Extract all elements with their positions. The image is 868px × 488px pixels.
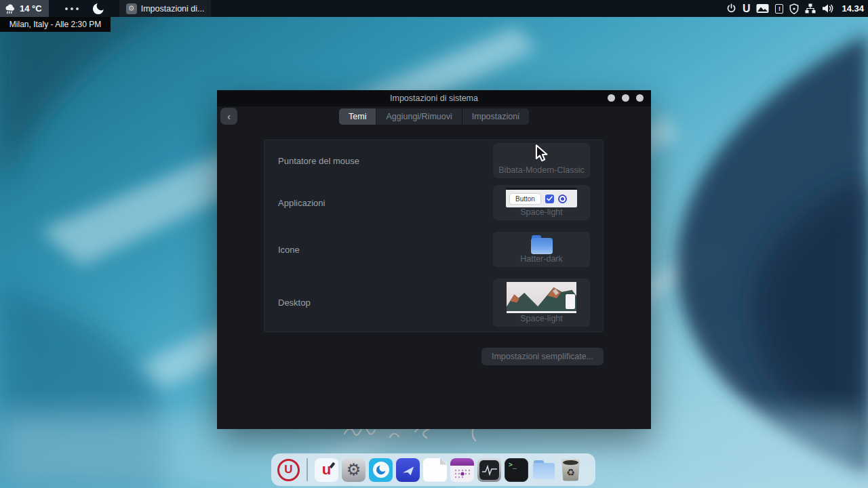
trash-lid xyxy=(563,460,578,465)
files-folder-icon xyxy=(533,460,555,479)
gtk-theme-tile[interactable]: Button Space-light xyxy=(493,185,590,220)
dock-item-files[interactable] xyxy=(532,458,555,482)
window-controls xyxy=(608,94,644,102)
ellipsis-icon[interactable] xyxy=(65,7,79,10)
terminal-icon: >_ xyxy=(509,461,517,468)
window-minimize-button[interactable] xyxy=(608,94,615,102)
preview-checkbox xyxy=(545,195,554,203)
tab-temi[interactable]: Temi xyxy=(339,108,376,125)
window-titlebar[interactable]: Impostazioni di sistema xyxy=(217,90,651,106)
preview-radio xyxy=(558,195,567,203)
setting-label: Applicazioni xyxy=(278,198,325,208)
welcome-icon: u xyxy=(322,462,331,477)
window-title: Impostazioni di sistema xyxy=(217,94,651,103)
dock-item-settings[interactable]: ⚙ xyxy=(342,458,366,482)
themes-panel: Puntatore del mouse Bibata-Modern-Classi… xyxy=(264,140,604,332)
recycle-icon: ♻ xyxy=(566,468,575,477)
window-toolbar: ‹ Temi Aggiungi/Rimuovi Impostazioni xyxy=(217,106,651,131)
ubuntu-u-icon[interactable]: U xyxy=(743,3,751,14)
system-tray: U ! 14.34 xyxy=(726,3,868,14)
icon-theme-name: Hatter-dark xyxy=(520,254,563,264)
calendar-icon xyxy=(450,458,474,466)
gtk-theme-name: Space-light xyxy=(520,207,563,217)
dock-item-system-monitor[interactable] xyxy=(477,458,501,482)
power-icon[interactable] xyxy=(726,3,736,14)
night-light-applet[interactable] xyxy=(91,1,106,16)
image-icon[interactable] xyxy=(756,3,769,14)
window-close-button[interactable] xyxy=(636,94,644,102)
weather-temperature: 14 °C xyxy=(20,3,42,14)
folder-icon xyxy=(531,235,553,254)
setting-row-icons: Icone Hatter-dark xyxy=(264,232,603,267)
wallpaper-thumbnail xyxy=(507,282,576,313)
gear-icon: ⚙ xyxy=(126,3,137,14)
cloud-rain-icon xyxy=(4,3,16,14)
setting-row-desktop: Desktop Space-light xyxy=(264,279,603,327)
tab-impostazioni[interactable]: Impostazioni xyxy=(462,108,529,125)
setting-label: Icone xyxy=(278,245,300,255)
taskbar-window-label: Impostazioni di... xyxy=(141,4,205,14)
browser-icon xyxy=(373,462,389,478)
page-fold-icon xyxy=(440,458,447,465)
volume-icon[interactable] xyxy=(822,3,834,14)
weather-tooltip-text: Milan, Italy - Alle 2:30 PM xyxy=(9,20,101,29)
package-alert-icon[interactable]: ! xyxy=(775,4,783,14)
clock[interactable]: 14.34 xyxy=(842,3,864,14)
cursor-theme-name: Bibata-Modern-Classic xyxy=(498,165,584,175)
dock-item-mail[interactable] xyxy=(396,458,420,482)
top-panel: 14 °C ⚙ Impostazioni di... U ! xyxy=(0,0,868,17)
network-icon[interactable] xyxy=(805,3,816,14)
setting-label: Desktop xyxy=(278,298,311,308)
cursor-theme-tile[interactable]: Bibata-Modern-Classic xyxy=(493,143,590,178)
tab-bar: Temi Aggiungi/Rimuovi Impostazioni xyxy=(217,108,651,125)
moon-icon xyxy=(91,1,106,16)
desktop-theme-tile[interactable]: Space-light xyxy=(493,279,590,327)
dock-item-welcome[interactable]: u xyxy=(315,458,338,482)
settings-window: Impostazioni di sistema ‹ Temi Aggiungi/… xyxy=(217,90,651,429)
checkmark-icon xyxy=(547,196,553,201)
dock-item-calendar[interactable] xyxy=(450,458,474,482)
weather-tooltip: Milan, Italy - Alle 2:30 PM xyxy=(0,17,111,32)
window-maximize-button[interactable] xyxy=(622,94,629,102)
mail-icon xyxy=(401,463,416,476)
gtk-theme-preview: Button xyxy=(506,188,577,207)
tab-aggiungi-rimuovi[interactable]: Aggiungi/Rimuovi xyxy=(376,108,461,125)
dock-separator xyxy=(307,458,308,481)
setting-row-mouse-pointer: Puntatore del mouse Bibata-Modern-Classi… xyxy=(264,143,603,178)
preview-button: Button xyxy=(509,193,541,205)
simplified-settings-button[interactable]: Impostazioni semplificate... xyxy=(481,348,604,365)
dock: U u ⚙ xyxy=(271,453,595,486)
weather-applet[interactable]: 14 °C xyxy=(0,0,49,17)
dock-item-browser[interactable] xyxy=(369,458,393,482)
icon-theme-tile[interactable]: Hatter-dark xyxy=(493,232,590,267)
shield-icon[interactable] xyxy=(789,3,799,14)
desktop: 14 °C ⚙ Impostazioni di... U ! xyxy=(0,0,868,488)
desktop-theme-name: Space-light xyxy=(520,314,563,323)
dock-item-text-editor[interactable] xyxy=(423,458,447,482)
gear-icon: ⚙ xyxy=(347,462,361,478)
dock-item-trash[interactable]: ♻ xyxy=(560,459,581,481)
taskbar-window-button[interactable]: ⚙ Impostazioni di... xyxy=(119,0,212,17)
dock-item-terminal[interactable]: >_ xyxy=(505,458,528,482)
setting-label: Puntatore del mouse xyxy=(278,156,359,166)
mouse-pointer-icon xyxy=(533,144,551,164)
system-monitor-icon xyxy=(479,460,499,480)
budgie-menu-icon[interactable]: U xyxy=(277,459,300,481)
setting-row-applications: Applicazioni Button Space-light xyxy=(264,185,603,220)
